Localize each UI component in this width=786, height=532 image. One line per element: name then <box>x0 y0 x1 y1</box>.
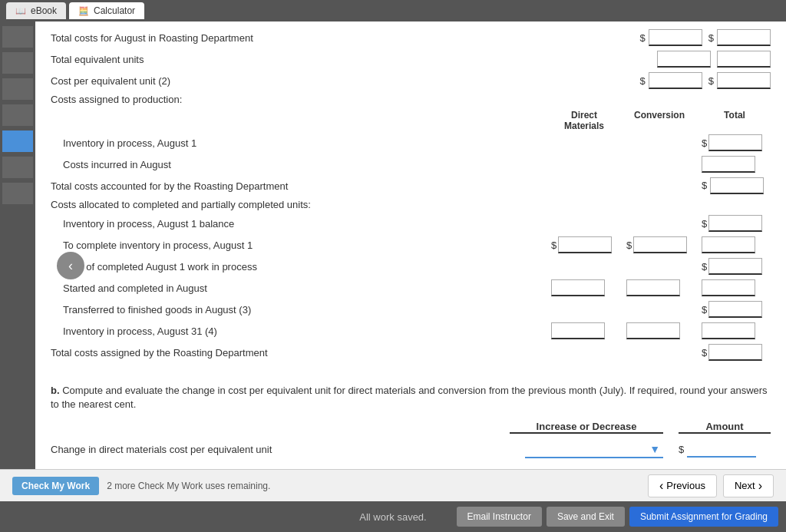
row-costs-incurred: Costs incurred in August <box>51 156 771 173</box>
label-transferred-finished: Transferred to finished goods in August … <box>51 304 551 316</box>
row-total-equiv-units: Total equivalent units <box>51 51 771 68</box>
main-container: ‹ Total costs for August in Roasting Dep… <box>0 21 786 469</box>
col-header-conv: Conversion <box>625 110 694 131</box>
footer-bar: All work saved. Email Instructor Save an… <box>0 501 786 532</box>
col-header-total: Total <box>700 110 769 131</box>
next-button[interactable]: Next › <box>723 474 774 497</box>
label-cost-per-equiv: Cost per equivalent unit (2) <box>51 75 640 87</box>
input-equiv-units-dm[interactable] <box>657 51 711 68</box>
label-cost-completed-aug1: Cost of completed August 1 work in proce… <box>51 261 551 273</box>
label-total-equiv-units: Total equivalent units <box>51 54 657 65</box>
input-started-completed-dm[interactable] <box>551 279 605 296</box>
amount-change-dm: $ <box>679 441 771 458</box>
input-group-equiv-conv <box>717 51 771 68</box>
bottom-toolbar: Check My Work 2 more Check My Work uses … <box>0 469 786 501</box>
total-started-completed <box>702 279 771 296</box>
label-total-costs-roasting: Total costs assigned by the Roasting Dep… <box>51 347 551 359</box>
input-costs-incurred-total[interactable] <box>702 156 755 173</box>
sidebar-item-6[interactable] <box>2 157 33 178</box>
row-change-dm: Change in direct materials cost per equi… <box>51 440 771 458</box>
dm-to-complete: $ <box>551 236 620 253</box>
input-total-costs-aug-conv[interactable] <box>717 29 771 46</box>
input-change-conv-amount[interactable] <box>679 465 748 469</box>
total-col-inv-aug1: $ <box>702 134 771 151</box>
input-to-complete-conv[interactable] <box>633 236 687 253</box>
input-change-dm-amount[interactable] <box>687 441 756 458</box>
input-group-cost-dm: $ <box>640 72 702 89</box>
total-cost-completed-aug1: $ <box>702 258 771 275</box>
total-total-costs-roasting: $ <box>702 344 771 361</box>
sidebar-item-3[interactable] <box>2 78 33 100</box>
row-total-costs-roasting: Total costs assigned by the Roasting Dep… <box>51 344 771 361</box>
sidebar-item-7[interactable] <box>2 183 33 204</box>
email-instructor-button[interactable]: Email Instructor <box>457 507 542 527</box>
label-inv-process-aug1: Inventory in process, August 1 <box>51 137 551 149</box>
input-cost-per-equiv-conv[interactable] <box>717 72 771 89</box>
input-inv-aug31-dm[interactable] <box>551 322 605 339</box>
input-to-complete-total[interactable] <box>702 236 755 253</box>
tab-ebook-label: eBook <box>31 5 57 16</box>
row-cost-per-equiv: Cost per equivalent unit (2) $ $ <box>51 72 771 89</box>
input-inv-process-aug1-total[interactable] <box>708 134 762 151</box>
input-inv-aug1-balance[interactable] <box>708 215 762 232</box>
label-change-conv: Change in conversion cost per equivalent… <box>51 468 525 469</box>
save-exit-button[interactable]: Save and Exit <box>547 507 625 527</box>
dropdown-change-conv[interactable]: Increase Decrease ▼ <box>525 464 663 469</box>
submit-assignment-button[interactable]: Submit Assignment for Grading <box>629 507 778 527</box>
conv-inv-aug31 <box>626 322 695 339</box>
total-col-total-accounted: $ <box>702 177 771 194</box>
input-cost-per-equiv-dm[interactable] <box>649 72 702 89</box>
previous-button[interactable]: ‹ Previous <box>648 474 717 497</box>
chevron-right-icon: › <box>758 479 762 493</box>
row-total-costs-accounted: Total costs accounted for by the Roastin… <box>51 177 771 194</box>
input-total-costs-aug-dm[interactable] <box>649 29 702 46</box>
sidebar-item-2[interactable] <box>2 52 33 74</box>
input-inv-aug31-conv[interactable] <box>626 322 680 339</box>
label-inv-aug1-balance: Inventory in process, August 1 balance <box>51 218 551 230</box>
select-change-conv[interactable]: Increase Decrease <box>525 464 663 469</box>
label-change-dm: Change in direct materials cost per equi… <box>51 444 525 455</box>
tab-ebook[interactable]: 📖 eBook <box>6 2 66 19</box>
total-transferred-finished: $ <box>702 301 771 318</box>
content-area: ‹ Total costs for August in Roasting Dep… <box>35 21 786 469</box>
costs-allocated-header: Costs allocated to completed and partial… <box>51 199 771 210</box>
input-cost-completed-aug1[interactable] <box>708 258 762 275</box>
ebook-icon: 📖 <box>15 6 26 16</box>
sidebar-item-4[interactable] <box>2 104 33 126</box>
tab-calculator-label: Calculator <box>94 5 135 16</box>
label-costs-assigned: Costs assigned to production: <box>51 94 771 105</box>
top-bar: 📖 eBook 🧮 Calculator <box>0 0 786 21</box>
chevron-left-icon: ‹ <box>659 479 663 493</box>
label-costs-incurred: Costs incurred in August <box>51 159 551 170</box>
input-inv-aug31-total[interactable] <box>702 322 755 339</box>
input-started-completed-conv[interactable] <box>626 279 680 296</box>
input-started-completed-total[interactable] <box>702 279 755 296</box>
sidebar-item-1[interactable] <box>2 26 33 48</box>
row-change-conv: Change in conversion cost per equivalent… <box>51 464 771 469</box>
row-to-complete-inv: To complete inventory in process, August… <box>51 236 771 253</box>
tab-calculator[interactable]: 🧮 Calculator <box>69 2 144 19</box>
dropdown-change-dm[interactable]: Increase Decrease ▼ <box>525 440 663 458</box>
amount-change-conv <box>679 465 771 469</box>
part-b-text: Compute and evaluate the change in cost … <box>51 385 768 410</box>
sidebar-item-5[interactable] <box>2 131 33 152</box>
conv-started-completed <box>626 279 695 296</box>
total-inv-aug1-balance: $ <box>702 215 771 232</box>
check-remaining-text: 2 more Check My Work uses remaining. <box>107 481 270 491</box>
check-my-work-button[interactable]: Check My Work <box>12 477 99 495</box>
input-equiv-units-conv[interactable] <box>717 51 771 68</box>
back-arrow[interactable]: ‹ <box>57 252 84 279</box>
input-total-accounted-total[interactable] <box>710 177 764 194</box>
costs-assigned-header: Costs assigned to production: <box>51 94 771 105</box>
input-total-costs-roasting[interactable] <box>708 344 762 361</box>
row-inv-process-aug1: Inventory in process, August 1 $ <box>51 134 771 151</box>
select-change-dm[interactable]: Increase Decrease <box>525 440 663 458</box>
row-transferred-finished: Transferred to finished goods in August … <box>51 301 771 318</box>
input-to-complete-dm[interactable] <box>558 236 612 253</box>
label-inv-aug31: Inventory in process, August 31 (4) <box>51 325 551 337</box>
input-transferred-finished[interactable] <box>708 301 762 318</box>
row-cost-completed-aug1: Cost of completed August 1 work in proce… <box>51 258 771 275</box>
label-total-costs-aug: Total costs for August in Roasting Depar… <box>51 32 640 44</box>
input-group-conv: $ <box>708 29 771 46</box>
row-total-costs-aug: Total costs for August in Roasting Depar… <box>51 29 771 46</box>
